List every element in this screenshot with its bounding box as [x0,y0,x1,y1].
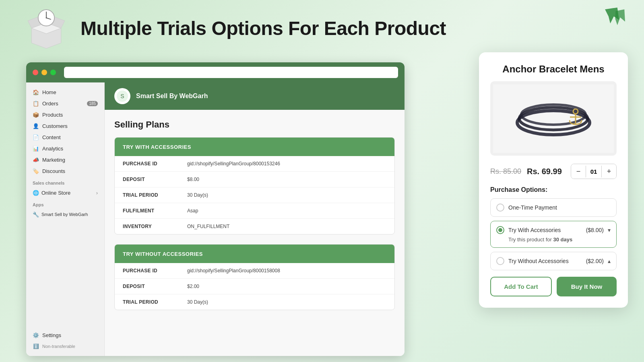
online-store-icon: 🌐 [33,189,39,196]
browser-address-bar[interactable] [64,67,398,78]
plan-row-purchase-id-1: PURCHASE ID gid://shopify/SellingPlanGro… [115,156,394,172]
svg-marker-10 [615,9,625,25]
product-image [490,81,617,156]
quantity-decrease[interactable]: − [571,164,586,179]
plan-value-purchase-id-2: gid://shopify/SellingPlanGroup/800015800… [187,268,280,274]
sidebar-item-orders[interactable]: 📋 Orders 185 [26,98,104,109]
plan-group-title-1: TRY WITH ACCESSORIES [123,144,191,150]
product-title: Anchor Bracelet Mens [490,64,617,75]
discounts-icon: 🏷️ [33,168,39,174]
plan-label-inventory-1: INVENTORY [123,224,187,229]
sidebar-label-apps: Smart Sell by WebGarh [41,212,88,217]
option-with-accessories-row: Try With Accessories ($8.00) ▾ [496,226,611,234]
sidebar-item-analytics[interactable]: 📊 Analytics [26,143,104,154]
sidebar-label-customers: Customers [42,123,68,129]
plan-row-trial-1: TRIAL PERIOD 30 Day(s) [115,187,394,203]
analytics-icon: 📊 [33,145,39,152]
plan-value-purchase-id-1: gid://shopify/SellingPlanGroup/800015324… [187,161,280,167]
sidebar-item-marketing[interactable]: 📣 Marketing [26,154,104,165]
plan-group-without-accessories: TRY WITHOUT ACCESSORIES PURCHASE ID gid:… [114,244,395,310]
plan-label-purchase-id-2: PURCHASE ID [123,268,187,274]
option-without-accessories-chevron: ▴ [608,258,611,264]
orders-icon: 📋 [33,100,39,107]
sidebar-label-content: Content [42,134,61,140]
radio-one-time [496,204,504,212]
sidebar-label-marketing: Marketing [42,157,65,163]
plan-label-deposit-2: DEPOSIT [123,284,187,289]
plan-row-inventory-1: INVENTORY ON_FULFILLMENT [115,219,394,234]
quantity-value: 01 [586,166,602,177]
plan-row-deposit-1: DEPOSIT $8.00 [115,172,394,187]
sales-channels-label: Sales channels [26,177,104,187]
browser-window: 🏠 Home 📋 Orders 185 📦 Products 👤 Custome… [26,62,405,356]
settings-icon: ⚙️ [33,332,39,338]
price-row: Rs. 85.00 Rs. 69.99 − 01 + [490,164,617,179]
prices: Rs. 85.00 Rs. 69.99 [490,167,562,176]
app-header: S Smart Sell By WebGarh [105,82,405,110]
shopify-layout: 🏠 Home 📋 Orders 185 📦 Products 👤 Custome… [26,82,405,356]
dot-green[interactable] [50,70,56,75]
radio-inner-with-accessories [498,228,502,232]
plan-label-trial-1: TRIAL PERIOD [123,192,187,198]
option-with-accessories-chevron: ▾ [608,227,611,233]
sidebar-item-online-store[interactable]: 🌐 Online Store › [26,187,104,198]
option-one-time-row: One-Time Payment [496,204,611,212]
plan-label-trial-2: TRIAL PERIOD [123,299,187,305]
dot-red[interactable] [33,70,38,75]
option-without-accessories[interactable]: Try Without Accessories ($2.00) ▴ [490,252,617,270]
buy-it-now-button[interactable]: Buy It Now [557,277,617,296]
non-transferable-label: Non-transferable [42,344,75,349]
sidebar-footer-settings[interactable]: ⚙️ Settings [26,329,104,341]
svg-text:S: S [120,93,124,99]
browser-chrome [26,62,405,82]
sidebar-item-home[interactable]: 🏠 Home [26,86,104,98]
option-with-accessories-desc: Try this product for 30 days [496,237,611,243]
sidebar-label-online-store: Online Store [41,190,70,196]
sidebar-item-products[interactable]: 📦 Products [26,109,104,120]
option-without-accessories-row: Try Without Accessories ($2.00) ▴ [496,257,611,265]
box-icon [24,6,68,50]
plan-label-fulfilment-1: FULFILMENT [123,208,187,214]
customers-icon: 👤 [33,123,39,129]
selling-plans-section: Selling Plans TRY WITH ACCESSORIES PURCH… [105,110,405,329]
sidebar-label-home: Home [42,89,56,95]
dot-yellow[interactable] [41,70,47,75]
quantity-control: − 01 + [571,164,617,179]
option-with-accessories-label: Try With Accessories [508,227,582,233]
option-without-accessories-label: Try Without Accessories [508,258,582,264]
sidebar-label-analytics: Analytics [42,146,63,152]
sidebar-footer-non-transferable: ℹ️ Non-transferable [26,341,104,352]
quantity-increase[interactable]: + [602,164,616,179]
products-icon: 📦 [33,111,39,118]
plan-value-trial-1: 30 Day(s) [187,192,208,198]
top-right-logo [600,4,628,32]
sidebar-item-discounts[interactable]: 🏷️ Discounts [26,165,104,177]
content-icon: 📄 [33,134,39,140]
app-header-title: Smart Sell By WebGarh [136,93,208,100]
plan-value-trial-2: 30 Day(s) [187,299,208,305]
marketing-icon: 📣 [33,156,39,163]
product-card: Anchor Bracelet Mens [479,52,628,308]
radio-with-accessories [496,226,504,234]
plan-row-purchase-id-2: PURCHASE ID gid://shopify/SellingPlanGro… [115,263,394,279]
option-with-accessories-price: ($8.00) [586,227,604,233]
sidebar-item-customers[interactable]: 👤 Customers [26,120,104,132]
sidebar-label-orders: Orders [42,101,58,107]
plan-value-deposit-2: $2.00 [187,284,199,289]
add-to-cart-button[interactable]: Add To Cart [490,277,552,296]
option-with-accessories[interactable]: Try With Accessories ($8.00) ▾ Try this … [490,221,617,248]
plan-label-purchase-id-1: PURCHASE ID [123,161,187,167]
browser-dots [33,70,56,75]
sidebar-item-content[interactable]: 📄 Content [26,132,104,143]
apps-label: Apps [26,198,104,209]
home-icon: 🏠 [33,89,39,95]
plan-label-deposit-1: DEPOSIT [123,177,187,182]
option-without-accessories-price: ($2.00) [586,258,604,264]
plan-value-inventory-1: ON_FULFILLMENT [187,224,229,229]
option-one-time[interactable]: One-Time Payment [490,198,617,217]
plan-group-with-accessories: TRY WITH ACCESSORIES PURCHASE ID gid://s… [114,137,395,234]
plan-group-header-2: TRY WITHOUT ACCESSORIES [115,245,394,263]
main-content: S Smart Sell By WebGarh Selling Plans TR… [105,82,405,356]
price-current: Rs. 69.99 [527,167,562,176]
sidebar-item-apps[interactable]: 🔧 Smart Sell by WebGarh [26,209,104,220]
